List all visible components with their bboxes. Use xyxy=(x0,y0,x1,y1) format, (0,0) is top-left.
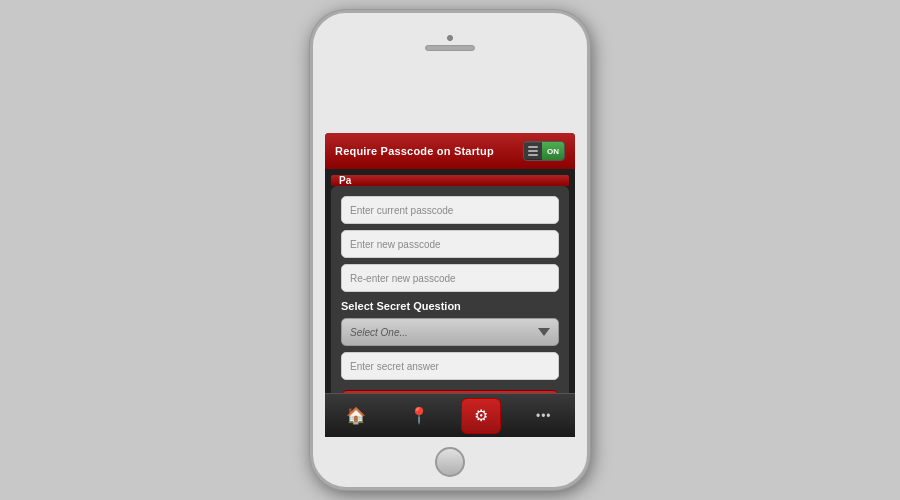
new-passcode-field[interactable]: Enter new passcode xyxy=(341,230,559,258)
nav-more[interactable]: ••• xyxy=(524,398,564,434)
location-icon: 📍 xyxy=(409,406,429,425)
dropdown-arrow-icon xyxy=(538,328,550,336)
secret-answer-field[interactable]: Enter secret answer xyxy=(341,352,559,380)
secret-answer-placeholder: Enter secret answer xyxy=(350,361,439,372)
dialog-box: Enter current passcode Enter new passcod… xyxy=(331,186,569,393)
secret-question-label: Select Secret Question xyxy=(341,300,559,312)
current-passcode-field[interactable]: Enter current passcode xyxy=(341,196,559,224)
reenter-passcode-placeholder: Re-enter new passcode xyxy=(350,273,456,284)
speaker xyxy=(425,45,475,51)
nav-location[interactable]: 📍 xyxy=(399,398,439,434)
toggle-button[interactable]: ON xyxy=(523,141,565,161)
select-placeholder-text: Select One... xyxy=(350,327,538,338)
screen-content: Pa Enter current passcode Enter new pass… xyxy=(325,169,575,393)
nav-home[interactable]: 🏠 xyxy=(336,398,376,434)
camera-icon xyxy=(447,35,453,41)
toggle-on-label: ON xyxy=(542,142,564,160)
phone-device: Require Passcode on Startup ON Pa Enter xyxy=(310,10,590,490)
phone-top xyxy=(313,13,587,73)
toggle-lines-icon xyxy=(524,143,542,159)
secret-question-select[interactable]: Select One... xyxy=(341,318,559,346)
bottom-navigation: 🏠 📍 ⚙ ••• xyxy=(325,393,575,437)
new-passcode-placeholder: Enter new passcode xyxy=(350,239,441,250)
more-icon: ••• xyxy=(536,409,552,423)
home-icon: 🏠 xyxy=(346,406,366,425)
settings-icon: ⚙ xyxy=(474,406,488,425)
phone-screen: Require Passcode on Startup ON Pa Enter xyxy=(325,133,575,437)
phone-bottom xyxy=(313,437,587,487)
nav-settings[interactable]: ⚙ xyxy=(461,398,501,434)
partial-header-bar: Pa xyxy=(331,175,569,186)
screen-header: Require Passcode on Startup ON xyxy=(325,133,575,169)
current-passcode-placeholder: Enter current passcode xyxy=(350,205,453,216)
home-button[interactable] xyxy=(435,447,465,477)
reenter-passcode-field[interactable]: Re-enter new passcode xyxy=(341,264,559,292)
partial-bar-text: Pa xyxy=(339,175,351,186)
header-title: Require Passcode on Startup xyxy=(335,145,494,157)
